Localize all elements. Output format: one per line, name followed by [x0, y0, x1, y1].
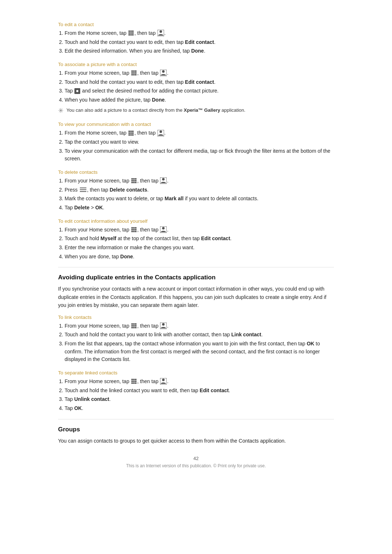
- grid-icon: [131, 378, 137, 384]
- person-icon: [158, 130, 164, 136]
- section-groups: Groups You can assign contacts to groups…: [58, 419, 334, 445]
- step: From the Home screen, tap , then tap .: [65, 29, 334, 37]
- section-title-view-communication: To view your communication with a contac…: [58, 122, 334, 127]
- step: Tap Unlink contact.: [65, 395, 334, 403]
- step: From your Home screen, tap , then tap .: [65, 69, 334, 77]
- step: From your Home screen, tap , then tap .: [65, 226, 334, 234]
- step: From your Home screen, tap , then tap .: [65, 378, 334, 386]
- section-title-edit-contact: To edit a contact: [58, 22, 334, 27]
- step: Tap Delete > OK.: [65, 204, 334, 212]
- section-edit-yourself: To edit contact information about yourse…: [58, 218, 334, 261]
- section-link-contacts: To link contacts From your Home screen, …: [58, 315, 334, 364]
- section-title-separate-contacts: To separate linked contacts: [58, 370, 334, 376]
- steps-edit-yourself: From your Home screen, tap , then tap . …: [65, 226, 334, 261]
- avoiding-duplicates-body: If you synchronise your contacts with a …: [58, 285, 334, 309]
- step: Tap and select the desired method for ad…: [65, 87, 334, 95]
- steps-separate-contacts: From your Home screen, tap , then tap . …: [65, 378, 334, 413]
- grid-icon: [131, 70, 137, 76]
- step: Tap OK.: [65, 405, 334, 413]
- steps-view-communication: From the Home screen, tap , then tap . T…: [65, 129, 334, 163]
- tip-icon: ✳: [58, 107, 64, 115]
- footer-note: This is an Internet version of this publ…: [58, 463, 334, 468]
- section-associate-picture: To associate a picture with a contact Fr…: [58, 62, 334, 115]
- tip-text: You can also add a picture to a contact …: [66, 107, 245, 114]
- section-title-delete-contacts: To delete contacts: [58, 169, 334, 175]
- step: To view your communication with the cont…: [65, 147, 334, 163]
- person-icon: [160, 70, 167, 76]
- step: Touch and hold the contact you want to e…: [65, 38, 334, 46]
- section-title-link-contacts: To link contacts: [58, 315, 334, 320]
- step: Touch and hold the linked contact you wa…: [65, 387, 334, 395]
- person-icon: [158, 30, 164, 36]
- section-separate-contacts: To separate linked contacts From your Ho…: [58, 370, 334, 413]
- step: Edit the desired information. When you a…: [65, 47, 334, 55]
- step: Touch and hold Myself at the top of the …: [65, 235, 334, 243]
- section-title-edit-yourself: To edit contact information about yourse…: [58, 218, 334, 224]
- groups-body: You can assign contacts to groups to get…: [58, 437, 334, 445]
- section-edit-contact: To edit a contact From the Home screen, …: [58, 22, 334, 55]
- photo-icon: [74, 88, 80, 94]
- step: Tap the contact you want to view.: [65, 138, 334, 146]
- steps-associate-picture: From your Home screen, tap , then tap . …: [65, 69, 334, 104]
- person-icon: [160, 177, 167, 184]
- steps-delete-contacts: From your Home screen, tap , then tap . …: [65, 177, 334, 212]
- section-title-associate-picture: To associate a picture with a contact: [58, 62, 334, 67]
- steps-link-contacts: From your Home screen, tap , then tap . …: [65, 322, 334, 364]
- section-avoiding-duplicates: Avoiding duplicate entries in the Contac…: [58, 267, 334, 412]
- h2-title-avoiding-duplicates: Avoiding duplicate entries in the Contac…: [58, 274, 334, 281]
- step: From the Home screen, tap , then tap .: [65, 129, 334, 137]
- person-icon: [160, 323, 167, 329]
- step: Mark the contacts you want to delete, or…: [65, 195, 334, 203]
- person-icon: [160, 378, 167, 385]
- step: From the list that appears, tap the cont…: [65, 340, 334, 364]
- section-view-communication: To view your communication with a contac…: [58, 122, 334, 163]
- person-icon: [160, 226, 167, 233]
- grid-icon: [128, 130, 134, 136]
- step: Press , then tap Delete contacts.: [65, 186, 334, 194]
- page-number: 42: [58, 456, 334, 461]
- menu-icon: [80, 187, 86, 192]
- step: Touch and hold the contact you want to e…: [65, 78, 334, 86]
- step: Enter the new information or make the ch…: [65, 244, 334, 252]
- grid-icon: [131, 178, 137, 184]
- grid-icon: [128, 30, 134, 36]
- grid-icon: [131, 323, 137, 329]
- steps-edit-contact: From the Home screen, tap , then tap . T…: [65, 29, 334, 55]
- grid-icon: [131, 227, 137, 233]
- h2-title-groups: Groups: [58, 426, 334, 433]
- section-delete-contacts: To delete contacts From your Home screen…: [58, 169, 334, 212]
- step: When you are done, tap Done.: [65, 253, 334, 261]
- tip-associate-picture: ✳ You can also add a picture to a contac…: [58, 107, 334, 115]
- step: When you have added the picture, tap Don…: [65, 96, 334, 104]
- step: From your Home screen, tap , then tap .: [65, 177, 334, 185]
- step: From your Home screen, tap , then tap .: [65, 322, 334, 330]
- step: Touch and hold the contact you want to l…: [65, 331, 334, 339]
